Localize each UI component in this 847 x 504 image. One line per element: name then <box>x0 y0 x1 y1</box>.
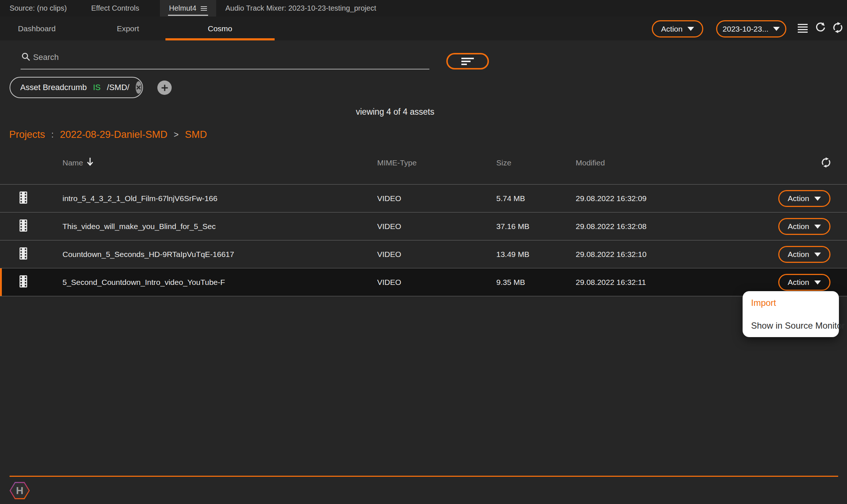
asset-count-status: viewing 4 of 4 assets <box>356 107 435 117</box>
action-dropdown[interactable]: Action <box>652 20 703 37</box>
footer-divider <box>10 476 838 477</box>
table-bottom-divider <box>0 296 847 296</box>
tab-helmut4[interactable]: Helmut4 <box>160 0 216 17</box>
filter-chip-value: /SMD/ <box>107 83 129 92</box>
row-action-label: Action <box>788 222 809 231</box>
asset-mime: VIDEO <box>377 250 401 259</box>
asset-modified: 29.08.2022 16:32:08 <box>576 222 647 231</box>
asset-mime: VIDEO <box>377 194 401 203</box>
chevron-down-icon <box>773 27 780 31</box>
asset-mime: VIDEO <box>377 278 401 287</box>
chevron-down-icon <box>687 27 694 31</box>
table-row[interactable]: Countdown_5_Seconds_HD-9RTaIpVuTqE-16617… <box>0 240 847 268</box>
filter-button[interactable] <box>446 53 489 69</box>
helmut-nav-bar: Dashboard Export Cosmo Action 2023-10-23… <box>0 17 847 40</box>
row-action-dropdown[interactable]: Action <box>778 218 830 235</box>
action-context-menu: Import Show in Source Monitor <box>743 291 839 337</box>
search-input[interactable] <box>33 51 401 63</box>
plus-icon <box>161 84 168 92</box>
project-dropdown-label: 2023-10-23... <box>723 25 769 33</box>
asset-size: 13.49 MB <box>496 250 529 259</box>
tab-source-monitor[interactable]: Source: (no clips) <box>10 0 67 17</box>
panel-menu-icon[interactable] <box>201 5 207 12</box>
table-row-selected[interactable]: 5_Second_Countdown_Intro_video_YouTube-F… <box>0 268 847 296</box>
asset-name: intro_5_4_3_2_1_Old_Film-67lnjV6SrFw-166 <box>62 194 217 203</box>
asset-size: 5.74 MB <box>496 194 525 203</box>
column-header-name[interactable]: Name <box>62 158 83 167</box>
project-dropdown[interactable]: 2023-10-23... <box>716 20 786 37</box>
breadcrumb: Projects : 2022-08-29-Daniel-SMD > SMD <box>9 129 207 140</box>
row-action-dropdown[interactable]: Action <box>778 246 830 263</box>
tab-helmut4-label: Helmut4 <box>169 4 196 12</box>
column-header-modified[interactable]: Modified <box>576 158 605 167</box>
tab-cosmo[interactable]: Cosmo <box>165 17 275 40</box>
breadcrumb-separator: > <box>174 130 179 140</box>
filter-chip-field: Asset Breadcrumb <box>20 83 87 92</box>
row-action-label: Action <box>788 250 809 259</box>
refresh-icon[interactable] <box>815 22 826 35</box>
tab-audio-track-mixer[interactable]: Audio Track Mixer: 2023-10-23-testing_pr… <box>225 0 376 17</box>
helmut4-panel: Source: (no clips) Effect Controls Helmu… <box>0 0 847 504</box>
row-action-label: Action <box>788 194 809 203</box>
search-icon <box>21 52 31 63</box>
asset-size: 37.16 MB <box>496 222 529 231</box>
film-icon <box>19 219 27 233</box>
sync-icon[interactable] <box>832 22 844 35</box>
row-action-dropdown[interactable]: Action <box>778 274 830 291</box>
breadcrumb-folder[interactable]: SMD <box>185 129 207 140</box>
helmut-logo-letter: H <box>11 483 29 498</box>
add-filter-button[interactable] <box>157 81 172 95</box>
column-header-mime[interactable]: MIME-Type <box>377 158 417 167</box>
tab-dashboard[interactable]: Dashboard <box>0 17 74 40</box>
row-action-label: Action <box>788 278 809 287</box>
row-action-dropdown[interactable]: Action <box>778 190 830 207</box>
chevron-down-icon <box>814 253 821 257</box>
list-icon[interactable] <box>798 22 808 34</box>
asset-name: 5_Second_Countdown_Intro_video_YouTube-F <box>62 278 225 287</box>
film-icon <box>19 247 27 261</box>
tab-effect-controls[interactable]: Effect Controls <box>91 0 139 17</box>
filter-chip-operator: IS <box>93 83 101 92</box>
menu-item-show-in-source-monitor[interactable]: Show in Source Monitor <box>751 321 845 331</box>
table-row[interactable]: intro_5_4_3_2_1_Old_Film-67lnjV6SrFw-166… <box>0 184 847 212</box>
asset-modified: 29.08.2022 16:32:10 <box>576 250 647 259</box>
asset-name: Countdown_5_Seconds_HD-9RTaIpVuTqE-16617 <box>62 250 234 259</box>
film-icon <box>19 192 27 205</box>
tab-export[interactable]: Export <box>91 17 165 40</box>
filter-icon <box>461 56 474 67</box>
column-header-size[interactable]: Size <box>496 158 511 167</box>
chevron-down-icon <box>814 280 821 285</box>
asset-modified: 29.08.2022 16:32:11 <box>576 278 646 287</box>
breadcrumb-separator: : <box>51 130 54 140</box>
breadcrumb-project[interactable]: 2022-08-29-Daniel-SMD <box>60 129 168 140</box>
breadcrumb-projects[interactable]: Projects <box>9 129 45 140</box>
asset-name: This_video_will_make_you_Blind_for_5_Sec <box>62 222 216 231</box>
film-icon <box>19 275 27 289</box>
helmut-logo: H <box>10 482 30 499</box>
chevron-down-icon <box>814 197 821 201</box>
menu-item-import[interactable]: Import <box>751 298 776 308</box>
filter-chip[interactable]: Asset Breadcrumb IS /SMD/ <box>10 77 143 98</box>
asset-mime: VIDEO <box>377 222 401 231</box>
chevron-down-icon <box>814 225 821 229</box>
action-dropdown-label: Action <box>661 25 682 33</box>
panel-tab-bar: Source: (no clips) Effect Controls Helmu… <box>0 0 847 17</box>
search-underline <box>21 69 429 69</box>
remove-filter-button[interactable] <box>136 81 142 94</box>
refresh-table-icon[interactable] <box>821 157 832 169</box>
table-row[interactable]: This_video_will_make_you_Blind_for_5_Sec… <box>0 212 847 240</box>
close-icon <box>136 85 142 90</box>
asset-size: 9.35 MB <box>496 278 525 287</box>
sort-descending-icon[interactable] <box>86 157 94 168</box>
asset-modified: 29.08.2022 16:32:09 <box>576 194 647 203</box>
